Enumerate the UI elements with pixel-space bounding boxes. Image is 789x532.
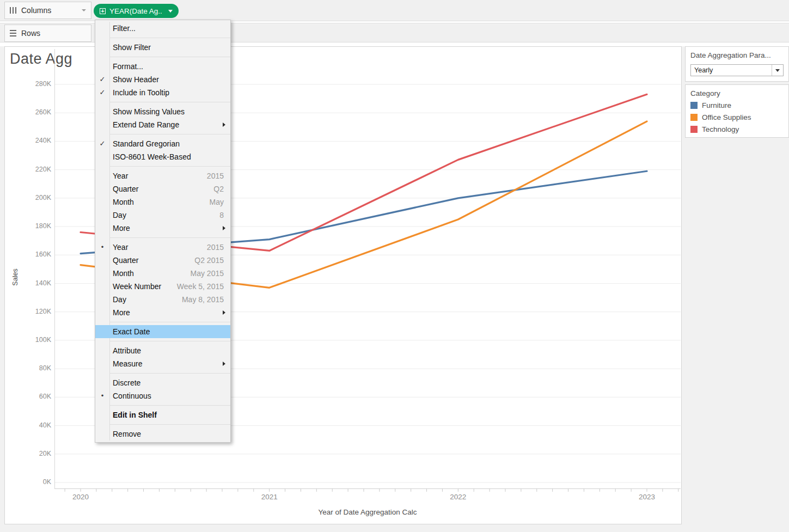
year-date-agg-pill[interactable]: + YEAR(Date Ag.. <box>94 4 179 18</box>
x-tick-label: 2022 <box>436 493 480 501</box>
menu-item-day[interactable]: May 8, 2015Day <box>95 293 230 306</box>
parameter-card-title: Date Aggregation Para... <box>690 51 784 59</box>
menu-item-show-header[interactable]: ✓Show Header <box>95 73 230 86</box>
menu-item-value: Q2 2015 <box>194 254 224 267</box>
menu-item-remove[interactable]: Remove <box>95 427 230 441</box>
pill-expand-icon[interactable]: + <box>100 8 106 14</box>
tableau-window: Columns Rows + YEAR(Date Ag.. Date Agg 0… <box>0 0 789 532</box>
pill-label: YEAR(Date Ag.. <box>109 7 162 15</box>
menu-item-month[interactable]: May 2015Month <box>95 267 230 280</box>
category-legend-card: Category FurnitureOffice SuppliesTechnol… <box>685 84 789 138</box>
columns-icon <box>10 7 16 14</box>
radio-bullet-icon: • <box>95 241 109 254</box>
menu-item-show-filter[interactable]: Show Filter <box>95 41 230 54</box>
menu-item-label: Quarter <box>113 185 138 193</box>
legend-label: Furniture <box>702 101 731 109</box>
legend-item-technology[interactable]: Technology <box>690 125 784 133</box>
columns-caret-icon[interactable] <box>82 9 86 11</box>
legend-swatch <box>690 102 698 109</box>
x-axis-title: Year of Date Aggregation Calc <box>204 508 531 516</box>
y-tick-label: 160K <box>16 250 51 258</box>
parameter-card: Date Aggregation Para... Yearly <box>685 46 789 82</box>
checkmark-icon: ✓ <box>95 86 109 99</box>
menu-item-label: Remove <box>113 430 141 438</box>
menu-item-more[interactable]: More <box>95 306 230 319</box>
menu-item-more[interactable]: More <box>95 222 230 235</box>
legend-item-office-supplies[interactable]: Office Supplies <box>690 113 784 121</box>
menu-item-value: 2015 <box>207 241 224 254</box>
submenu-arrow-icon <box>223 310 225 315</box>
menu-item-label: Extend Date Range <box>113 120 179 129</box>
menu-item-include-in-tooltip[interactable]: ✓Include in Tooltip <box>95 86 230 99</box>
columns-shelf-box[interactable]: Columns <box>4 2 91 19</box>
menu-item-quarter[interactable]: Q2 2015Quarter <box>95 254 230 267</box>
menu-item-month[interactable]: MayMonth <box>95 195 230 209</box>
checkmark-icon: ✓ <box>95 137 109 150</box>
menu-item-label: Day <box>113 295 126 304</box>
menu-separator <box>110 322 230 322</box>
menu-item-label: More <box>113 308 130 317</box>
menu-item-week-number[interactable]: Week 5, 2015Week Number <box>95 280 230 293</box>
menu-item-value: 2015 <box>207 169 224 182</box>
y-tick-label: 0K <box>16 478 51 486</box>
dropdown-caret-icon <box>775 69 780 72</box>
menu-item-standard-gregorian[interactable]: ✓Standard Gregorian <box>95 137 230 150</box>
menu-item-label: Show Missing Values <box>113 107 185 116</box>
menu-item-measure[interactable]: Measure <box>95 357 230 370</box>
menu-item-label: Format... <box>113 62 143 71</box>
y-tick-label: 120K <box>16 308 51 315</box>
y-tick-label: 100K <box>16 336 51 344</box>
rows-icon <box>10 30 16 36</box>
menu-item-format[interactable]: Format... <box>95 60 230 73</box>
y-tick-label: 200K <box>16 194 51 201</box>
menu-item-year[interactable]: •2015Year <box>95 241 230 254</box>
menu-item-value: May <box>210 195 224 209</box>
menu-item-label: Quarter <box>113 256 138 265</box>
y-tick-label: 40K <box>16 421 51 429</box>
menu-item-label: Year <box>113 243 128 252</box>
menu-item-value: Q2 <box>213 182 224 195</box>
parameter-dropdown-button[interactable] <box>772 65 783 76</box>
menu-item-label: More <box>113 224 130 233</box>
menu-item-label: Edit in Shelf <box>113 411 157 419</box>
menu-item-edit-in-shelf[interactable]: Edit in Shelf <box>95 408 230 421</box>
menu-separator <box>110 102 230 102</box>
menu-separator <box>110 424 230 425</box>
menu-item-exact-date[interactable]: Exact Date <box>95 325 230 338</box>
menu-separator <box>110 405 230 406</box>
menu-item-extend-date-range[interactable]: Extend Date Range <box>95 118 230 131</box>
menu-item-label: Month <box>113 269 134 278</box>
legend-items: FurnitureOffice SuppliesTechnology <box>690 101 784 133</box>
menu-item-value: May 8, 2015 <box>182 293 224 306</box>
pill-dropdown-caret-icon[interactable] <box>168 10 173 13</box>
y-tick-label: 260K <box>16 108 51 116</box>
menu-item-label: Week Number <box>113 282 161 291</box>
y-tick-label: 240K <box>16 137 51 144</box>
x-tick-label: 2021 <box>248 493 291 501</box>
menu-item-label: Year <box>113 172 128 180</box>
menu-item-label: Exact Date <box>113 327 150 336</box>
menu-item-label: Attribute <box>113 346 141 355</box>
menu-items: Filter...Show FilterFormat...✓Show Heade… <box>95 22 230 441</box>
menu-item-iso-8601-week-based[interactable]: ISO-8601 Week-Based <box>95 150 230 163</box>
menu-separator <box>110 341 230 341</box>
menu-item-label: ISO-8601 Week-Based <box>113 152 191 161</box>
menu-item-day[interactable]: 8Day <box>95 209 230 222</box>
menu-item-continuous[interactable]: •Continuous <box>95 389 230 402</box>
menu-item-show-missing-values[interactable]: Show Missing Values <box>95 105 230 118</box>
menu-item-attribute[interactable]: Attribute <box>95 344 230 357</box>
menu-item-year[interactable]: 2015Year <box>95 169 230 182</box>
menu-item-value: May 2015 <box>191 267 224 280</box>
submenu-arrow-icon <box>223 226 225 230</box>
menu-item-discrete[interactable]: Discrete <box>95 376 230 389</box>
parameter-dropdown[interactable]: Yearly <box>690 64 784 76</box>
menu-item-label: Day <box>113 211 126 219</box>
legend-swatch <box>690 114 698 121</box>
rows-shelf-box[interactable]: Rows <box>4 25 91 42</box>
menu-item-filter[interactable]: Filter... <box>95 22 230 35</box>
legend-item-furniture[interactable]: Furniture <box>690 101 784 109</box>
menu-item-value: 8 <box>219 209 224 222</box>
y-axis-title: Sales <box>11 255 19 299</box>
menu-separator <box>110 57 230 57</box>
menu-item-quarter[interactable]: Q2Quarter <box>95 182 230 195</box>
